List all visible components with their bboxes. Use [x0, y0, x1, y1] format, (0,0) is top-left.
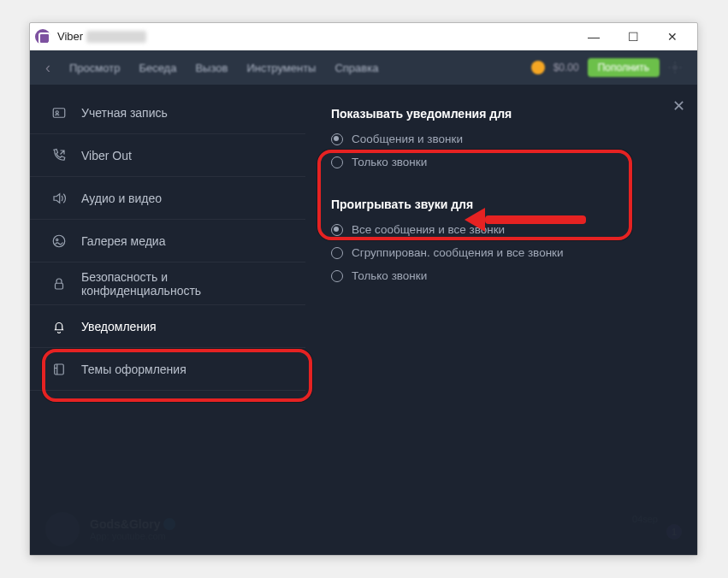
radio-show-calls-only[interactable]: Только звонки [331, 156, 672, 168]
speaker-icon [50, 190, 68, 207]
radio-label: Только звонки [352, 269, 427, 282]
bell-icon [50, 318, 68, 335]
svg-rect-1 [53, 108, 65, 117]
phone-out-icon [50, 147, 68, 164]
body-area: Gods&Glory App: youtube.com 04sep 1 Учет… [30, 85, 697, 555]
menu-item[interactable]: Вызов [195, 62, 228, 74]
sidebar-item-label: Галерея медиа [81, 234, 165, 248]
svg-rect-5 [56, 283, 63, 289]
radio-label: Сгруппирован. сообщения и все звонки [352, 246, 564, 259]
radio-icon [331, 224, 343, 236]
svg-point-4 [56, 239, 58, 240]
radio-label: Все сообщения и все звонки [352, 223, 505, 236]
menu-item[interactable]: Беседа [139, 62, 176, 74]
radio-icon [331, 247, 343, 259]
sidebar-item-label: Viber Out [81, 149, 132, 162]
radio-icon [331, 270, 343, 282]
sidebar-item-label: Безопасность и конфиденциальность [81, 270, 285, 298]
menu-item[interactable]: Инструменты [246, 62, 316, 74]
topup-button[interactable]: Пополнить [588, 58, 660, 77]
sidebar-item-label: Уведомления [81, 320, 157, 333]
radio-sound-all[interactable]: Все сообщения и все звонки [331, 223, 672, 236]
svg-point-2 [56, 110, 58, 113]
svg-point-3 [53, 235, 65, 247]
svg-point-0 [673, 66, 677, 69]
radio-label: Сообщения и звонки [352, 133, 463, 145]
window-title: Viber [57, 30, 83, 43]
close-button[interactable]: ✕ [653, 23, 692, 50]
sidebar-item-label: Учетная запись [81, 106, 168, 120]
sidebar-item-viberout[interactable]: Viber Out [30, 134, 305, 177]
app-window: Viber — ☐ ✕ ‹ Просмотр Беседа Вызов Инст… [29, 22, 698, 556]
maximize-button[interactable]: ☐ [613, 23, 653, 50]
sidebar-item-media-gallery[interactable]: Галерея медиа [30, 220, 305, 262]
id-card-icon [50, 104, 68, 121]
settings-overlay: Учетная запись Viber Out Аудио и видео Г… [30, 85, 697, 555]
radio-label: Только звонки [352, 156, 427, 168]
sidebar-item-account[interactable]: Учетная запись [30, 91, 305, 134]
minimize-button[interactable]: — [574, 23, 613, 50]
menu-item[interactable]: Просмотр [69, 62, 120, 74]
palette-icon [50, 361, 68, 378]
menu-item[interactable]: Справка [334, 62, 378, 74]
image-icon [50, 233, 68, 250]
gear-icon[interactable] [668, 61, 682, 74]
titlebar: Viber — ☐ ✕ [30, 23, 697, 50]
title-extra-blur [86, 31, 146, 43]
radio-sound-calls-only[interactable]: Только звонки [331, 269, 672, 282]
radio-sound-grouped[interactable]: Сгруппирован. сообщения и все звонки [331, 246, 672, 259]
close-settings-icon[interactable]: ✕ [672, 97, 685, 115]
balance-value: $0.00 [553, 62, 579, 74]
sidebar-item-label: Аудио и видео [81, 192, 162, 205]
sidebar-item-notifications[interactable]: Уведомления [30, 305, 305, 348]
sidebar-item-themes[interactable]: Темы оформления [30, 348, 305, 391]
section-title-show: Показывать уведомления для [331, 107, 672, 121]
back-icon[interactable]: ‹ [45, 59, 50, 77]
settings-content: ✕ Показывать уведомления для Сообщения и… [305, 85, 697, 555]
settings-sidebar: Учетная запись Viber Out Аудио и видео Г… [30, 85, 305, 555]
viber-logo-icon [35, 29, 50, 44]
radio-icon [331, 133, 343, 145]
svg-rect-6 [55, 364, 64, 375]
section-title-sounds: Проигрывать звуки для [331, 198, 672, 211]
sidebar-item-security[interactable]: Безопасность и конфиденциальность [30, 262, 305, 305]
sidebar-item-label: Темы оформления [81, 363, 186, 376]
coin-icon [531, 61, 545, 74]
radio-icon [331, 156, 343, 168]
lock-icon [50, 275, 68, 292]
sidebar-item-audio-video[interactable]: Аудио и видео [30, 177, 305, 220]
radio-show-messages-calls[interactable]: Сообщения и звонки [331, 133, 672, 145]
top-menu: ‹ Просмотр Беседа Вызов Инструменты Спра… [30, 50, 697, 85]
